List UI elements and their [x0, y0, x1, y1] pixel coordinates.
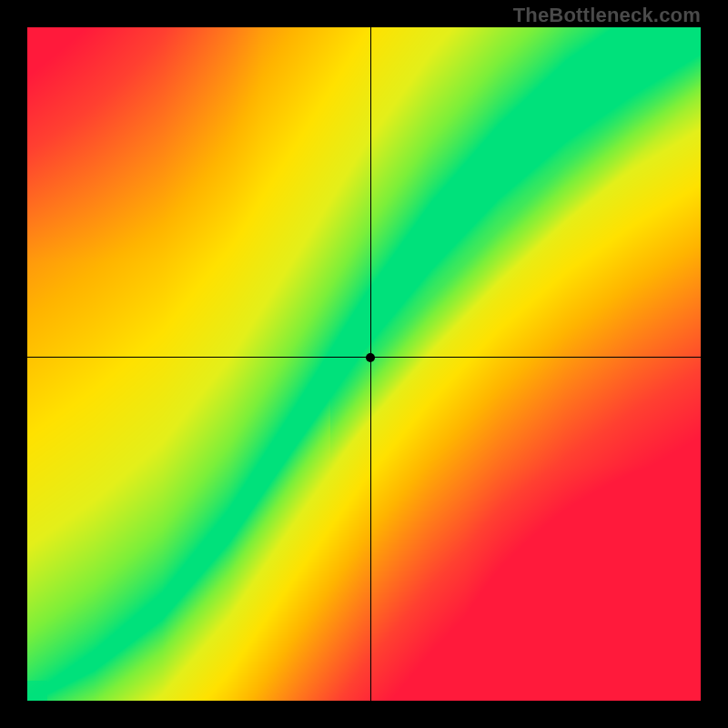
bottleneck-heatmap	[27, 27, 701, 701]
watermark-text: TheBottleneck.com	[513, 4, 701, 27]
marker-dot	[366, 353, 375, 362]
crosshair-horizontal	[27, 357, 701, 359]
chart-frame: TheBottleneck.com	[0, 0, 728, 728]
crosshair-vertical	[370, 27, 372, 701]
